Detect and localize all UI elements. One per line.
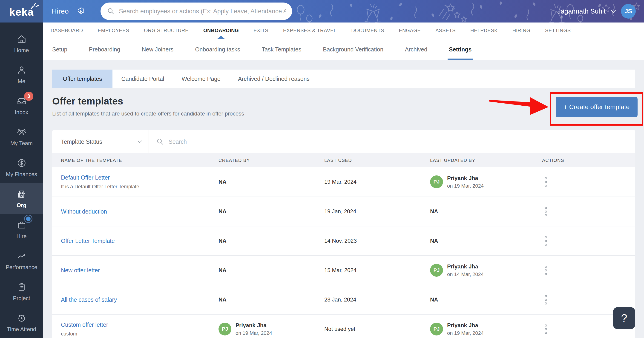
nav-item-hiring[interactable]: HIRING (512, 22, 530, 39)
sidebar-item-inbox[interactable]: 3Inbox (0, 90, 43, 121)
template-subtitle: custom (61, 331, 218, 337)
last-updated-by: PJPriyank Jhaon 14 Mar, 2024 (430, 263, 539, 277)
tab-candidate-portal[interactable]: Candidate Portal (112, 70, 173, 88)
sidebar-item-performance[interactable]: Performance (0, 245, 43, 276)
settings-gear-icon[interactable] (77, 7, 85, 16)
row-actions-kebab-icon[interactable] (542, 233, 550, 248)
table-row: Default Offer LetterIt is a Default Offe… (52, 167, 635, 196)
global-search-input[interactable] (119, 8, 286, 15)
last-updated-by-cell: NA (430, 208, 539, 215)
nav-item-assets[interactable]: ASSETS (436, 22, 456, 39)
last-updated-by-date: on 19 Mar, 2024 (447, 183, 484, 189)
nav-item-employees[interactable]: EMPLOYEES (98, 22, 129, 39)
last-updated-by: PJPriyank Jhaon 19 Mar, 2024 (430, 322, 539, 336)
nav-item-engage[interactable]: ENGAGE (399, 22, 421, 39)
last-updated-by-name: Priyank Jha (447, 175, 484, 181)
subnav-item-setup[interactable]: Setup (52, 39, 67, 60)
nav-item-exits[interactable]: EXITS (254, 22, 268, 39)
avatar: PJ (430, 175, 443, 188)
template-name-link[interactable]: Custom offer letter (61, 322, 108, 328)
keka-logo[interactable]: keka (0, 0, 43, 22)
sidebar: HomeMe3InboxMy TeamMy FinancesOrgHirePer… (0, 22, 43, 338)
row-actions-kebab-icon[interactable] (542, 204, 550, 219)
avatar[interactable]: JS (621, 4, 636, 19)
home-icon (16, 34, 27, 44)
tab-offer-templates[interactable]: Offer templates (52, 70, 112, 88)
last-used-cell: 19 Jan, 2024 (324, 208, 430, 215)
created-by-text: Priyank Jhaon 19 Mar, 2024 (236, 322, 272, 336)
actions-cell (539, 263, 635, 278)
last-used-cell: Not used yet (324, 326, 430, 332)
subnav-item-onboarding-tasks[interactable]: Onboarding tasks (195, 39, 240, 60)
last-used-value: 19 Jan, 2024 (324, 208, 356, 214)
performance-icon (16, 251, 27, 261)
inbox-count-badge: 3 (24, 92, 33, 101)
help-button[interactable]: ? (613, 307, 635, 329)
row-actions-kebab-icon[interactable] (542, 174, 550, 189)
subnav-item-new-joiners[interactable]: New Joiners (142, 39, 174, 60)
nav-item-helpdesk[interactable]: HELPDESK (470, 22, 498, 39)
avatar: PJ (218, 323, 232, 336)
row-actions-kebab-icon[interactable] (542, 263, 550, 278)
nav-item-documents[interactable]: DOCUMENTS (351, 22, 384, 39)
page-title: Offer templates (52, 96, 635, 107)
template-name-link[interactable]: Default Offer Letter (61, 174, 110, 181)
actions-cell (539, 174, 635, 189)
last-used-cell: 15 Mar, 2024 (324, 267, 430, 274)
sidebar-item-home[interactable]: Home (0, 28, 43, 59)
logo-spark-icon (30, 2, 40, 10)
sidebar-item-label: Hire (16, 233, 26, 239)
table-search-input[interactable] (168, 139, 635, 145)
sidebar-item-time-attend[interactable]: Time Attend (0, 307, 43, 338)
last-updated-by-cell: NA (430, 297, 539, 303)
template-name-link[interactable]: Offer Letter Template (61, 238, 115, 244)
template-name-cell: New offer letter (52, 267, 218, 274)
sidebar-item-label: My Finances (6, 171, 37, 177)
last-updated-by-name: Priyank Jha (447, 263, 484, 270)
actions-cell (539, 233, 635, 248)
column-header-last-updated-by: LAST UPDATED BY (430, 158, 539, 163)
tab-archived-declined-reasons[interactable]: Archived / Declined reasons (229, 70, 318, 88)
sidebar-item-hire[interactable]: Hire (0, 214, 43, 245)
sidebar-item-my-team[interactable]: My Team (0, 121, 43, 152)
global-search (100, 2, 292, 20)
template-status-dropdown[interactable]: Template Status (52, 130, 149, 153)
table-search (149, 130, 635, 153)
nav-item-settings[interactable]: SETTINGS (545, 22, 571, 39)
table-header: NAME OF THE TEMPLATECREATED BYLAST USEDL… (52, 153, 635, 167)
sidebar-item-label: Performance (6, 264, 37, 271)
subnav-item-archived[interactable]: Archived (405, 39, 427, 60)
created-by-date: on 19 Mar, 2024 (236, 330, 272, 336)
column-header-name-of-the-template: NAME OF THE TEMPLATE (52, 158, 218, 163)
user-menu: Jagannath Suhit JS (557, 0, 636, 22)
sidebar-item-project[interactable]: Project (0, 276, 43, 307)
subnav-item-settings[interactable]: Settings (449, 39, 472, 60)
created-by-value: NA (218, 238, 226, 244)
sidebar-item-org[interactable]: Org (0, 183, 43, 214)
nav-item-onboarding[interactable]: ONBOARDING (203, 22, 239, 39)
last-used-cell: 19 Mar, 2024 (324, 179, 430, 185)
create-offer-template-button[interactable]: + Create offer template (556, 97, 638, 117)
search-icon (156, 138, 164, 146)
created-by-cell: NA (218, 208, 324, 215)
nav-item-org-structure[interactable]: ORG STRUCTURE (144, 22, 188, 39)
template-name-link[interactable]: All the cases of salary (61, 297, 117, 303)
subnav-item-preboarding[interactable]: Preboarding (89, 39, 120, 60)
subnav-item-background-verification[interactable]: Background Verification (323, 39, 384, 60)
org-icon (16, 189, 27, 199)
chevron-down-icon[interactable] (611, 8, 616, 13)
nav-item-dashboard[interactable]: DASHBOARD (50, 22, 83, 39)
actions-cell (539, 292, 635, 307)
sidebar-item-my-finances[interactable]: My Finances (0, 152, 43, 183)
row-actions-kebab-icon[interactable] (542, 322, 550, 337)
template-name-link[interactable]: New offer letter (61, 267, 100, 274)
sidebar-item-me[interactable]: Me (0, 59, 43, 90)
sidebar-item-label: Time Attend (7, 326, 36, 333)
nav-item-expenses-travel[interactable]: EXPENSES & TRAVEL (283, 22, 336, 39)
sidebar-item-label: Project (13, 295, 30, 302)
subnav-item-task-templates[interactable]: Task Templates (262, 39, 301, 60)
template-name-link[interactable]: Without deduction (61, 208, 107, 215)
main-area: DASHBOARDEMPLOYEESORG STRUCTUREONBOARDIN… (43, 22, 644, 338)
tab-welcome-page[interactable]: Welcome Page (173, 70, 229, 88)
row-actions-kebab-icon[interactable] (542, 292, 550, 307)
